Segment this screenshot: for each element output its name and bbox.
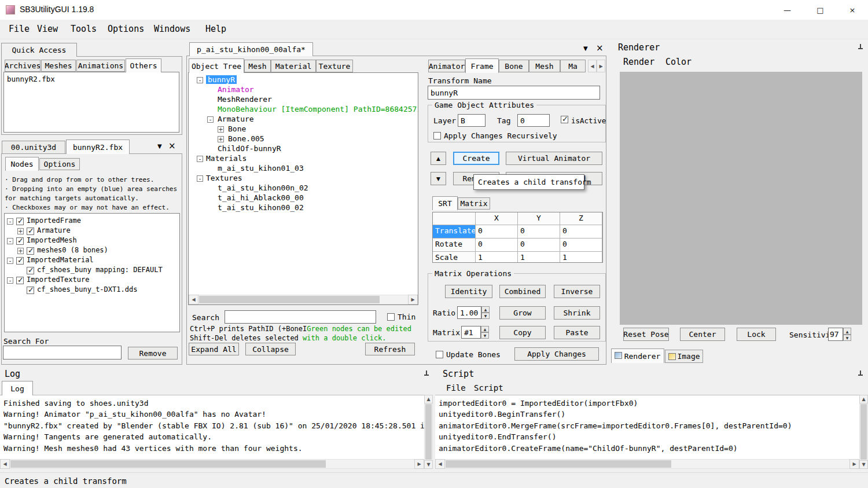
tab-frame[interactable]: Frame — [465, 58, 499, 73]
shrink-button[interactable]: Shrink — [554, 306, 600, 320]
tree-node[interactable]: meshes0 (8 bones) — [37, 246, 108, 254]
inverse-button[interactable]: Inverse — [554, 285, 600, 298]
tree-node[interactable]: t_ai_stu_kihon00_02 — [218, 203, 304, 212]
tree-node[interactable]: Armature — [218, 115, 254, 123]
tree-node-selected[interactable]: bunnyR — [206, 75, 237, 84]
row-header-translate[interactable]: Translate — [433, 225, 476, 239]
grow-button[interactable]: Grow — [499, 306, 546, 320]
cell-translate-y[interactable]: 0 — [518, 225, 560, 239]
tag-input[interactable] — [517, 114, 550, 127]
renderer-menu-color[interactable]: Color — [665, 57, 692, 67]
lock-button[interactable]: Lock — [737, 328, 776, 341]
document-tab[interactable]: p_ai_stu_kihon00_00alfa* — [189, 42, 313, 56]
tree-node[interactable]: ImportedFrame — [27, 217, 81, 225]
tab-close-icon[interactable]: × — [168, 141, 176, 151]
create-button[interactable]: Create — [453, 152, 499, 165]
scroll-right-icon[interactable]: ▶ — [408, 295, 418, 304]
tabs-scroll-right-icon[interactable]: ▶ — [597, 60, 605, 72]
tab-options[interactable]: Options — [39, 158, 80, 170]
identity-button[interactable]: Identity — [445, 285, 492, 298]
cell-scale-z[interactable]: 1 — [560, 252, 602, 263]
close-button[interactable]: × — [837, 0, 868, 20]
sensitivity-input[interactable] — [828, 328, 843, 341]
paste-button[interactable]: Paste — [554, 326, 600, 339]
tree-node[interactable]: ImportedMesh — [27, 236, 77, 244]
doc-tab-close-icon[interactable]: × — [596, 43, 604, 53]
editor-tab-unity3d[interactable]: 00.unity3d — [2, 141, 65, 154]
cell-scale-y[interactable]: 1 — [518, 252, 560, 263]
renderer-menu-render[interactable]: Render — [623, 57, 654, 67]
tree-node[interactable]: MeshRenderer — [218, 95, 272, 104]
matrix-spin-down-icon[interactable]: ▼ — [481, 332, 489, 339]
tree-checkbox[interactable] — [27, 247, 34, 255]
maximize-button[interactable]: □ — [804, 0, 837, 20]
scroll-down-icon[interactable]: ▼ — [859, 460, 868, 469]
tab-matrix[interactable]: Matrix — [458, 197, 490, 210]
tree-node[interactable]: ImportedTexture — [27, 276, 89, 284]
tree-node[interactable]: Armature — [37, 226, 71, 234]
row-header-rotate[interactable]: Rotate — [433, 239, 476, 252]
tree-node[interactable]: cf_shoes_buny_t-DXT1.dds — [37, 285, 137, 293]
thin-checkbox[interactable] — [387, 313, 395, 321]
tab-archives[interactable]: Archives — [5, 60, 41, 72]
tree-checkbox[interactable] — [27, 267, 34, 274]
layer-input[interactable] — [458, 114, 486, 127]
ratio-input[interactable] — [457, 306, 481, 319]
tree-node[interactable]: cf_shoes_buny mapping: DEFAULT — [37, 266, 163, 274]
pin-icon[interactable] — [856, 370, 865, 378]
tree-node[interactable]: ImportedMaterial — [27, 256, 94, 264]
tab-log[interactable]: Log — [2, 381, 33, 395]
tree-node[interactable]: m_ai_stu_kihon01_03 — [218, 164, 304, 173]
scroll-up-icon[interactable]: ▲ — [859, 395, 868, 403]
move-down-icon[interactable]: ▼ — [431, 172, 446, 185]
update-bones-checkbox[interactable] — [436, 351, 443, 358]
pin-icon[interactable] — [422, 370, 431, 378]
expand-all-button[interactable]: Expand All — [189, 343, 239, 355]
tree-node[interactable]: Bone.005 — [228, 134, 264, 143]
expander-icon[interactable] — [218, 136, 224, 142]
expander-icon[interactable] — [197, 77, 203, 83]
menu-windows[interactable]: Windows — [154, 24, 190, 34]
tree-node[interactable]: Textures — [206, 174, 242, 182]
sensitivity-spin-up-icon[interactable]: ▲ — [843, 328, 851, 335]
scroll-left-icon[interactable]: ◀ — [189, 295, 198, 304]
cell-translate-z[interactable]: 0 — [560, 225, 602, 239]
tab-nodes[interactable]: Nodes — [5, 157, 39, 171]
scroll-right-icon[interactable]: ▶ — [849, 459, 859, 469]
tree-node[interactable]: ChildOf-bunnyR — [218, 144, 281, 153]
row-header-scale[interactable]: Scale — [433, 252, 476, 263]
copy-button[interactable]: Copy — [499, 326, 546, 339]
tree-checkbox[interactable] — [16, 237, 24, 245]
render-viewport[interactable] — [620, 72, 862, 325]
tab-animator[interactable]: Animator — [428, 60, 465, 72]
tab-animations[interactable]: Animations — [76, 60, 125, 72]
tree-search-input[interactable] — [225, 310, 376, 324]
tab-object-tree[interactable]: Object Tree — [189, 58, 244, 73]
scroll-thumb[interactable] — [199, 296, 380, 303]
tree-checkbox[interactable] — [16, 257, 24, 265]
expander-icon[interactable] — [17, 228, 24, 234]
move-up-icon[interactable]: ▲ — [431, 152, 446, 165]
tab-mesh-frame[interactable]: Mesh — [529, 60, 560, 72]
scroll-thumb[interactable] — [425, 404, 432, 460]
matrix-slot-input[interactable] — [461, 326, 481, 339]
scroll-right-icon[interactable]: ▶ — [414, 459, 424, 469]
tab-list-caret-icon[interactable]: ▼ — [157, 143, 162, 149]
transform-name-input[interactable] — [428, 86, 600, 100]
cell-rotate-x[interactable]: 0 — [476, 239, 518, 252]
minimize-button[interactable]: — — [771, 0, 804, 20]
virtual-animator-button[interactable]: Virtual Animator — [506, 152, 602, 165]
tabs-scroll-left-icon[interactable]: ◀ — [588, 60, 597, 72]
tree-checkbox[interactable] — [27, 287, 34, 294]
menu-view[interactable]: View — [37, 24, 58, 34]
tree-node[interactable]: MonoBehaviour [ItemComponent] PathID=868… — [218, 105, 418, 113]
tab-srt[interactable]: SRT — [432, 196, 458, 210]
expander-icon[interactable] — [197, 156, 203, 162]
combined-button[interactable]: Combined — [499, 285, 546, 298]
expander-icon[interactable] — [197, 175, 203, 182]
pin-icon[interactable] — [856, 43, 865, 52]
expander-icon[interactable] — [17, 248, 24, 254]
expander-icon[interactable] — [7, 218, 13, 225]
menu-tools[interactable]: Tools — [71, 24, 97, 34]
tree-node[interactable]: t_ai_stu_kihon00n_02 — [218, 184, 308, 192]
